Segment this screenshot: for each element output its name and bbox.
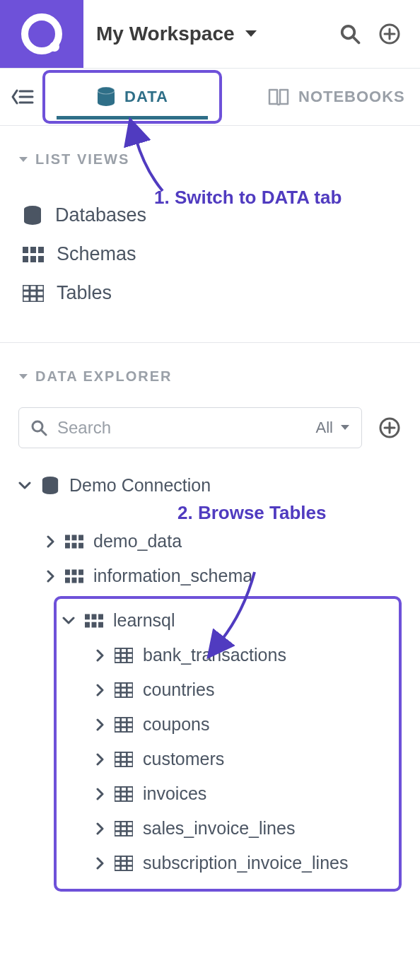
svg-rect-33 [78, 542, 83, 548]
table-icon [115, 648, 133, 663]
chevron-right-icon [96, 788, 105, 800]
svg-rect-71 [115, 821, 133, 836]
svg-rect-36 [78, 569, 83, 575]
tree-table[interactable]: customers [57, 742, 395, 776]
menu-collapse-icon [11, 88, 34, 106]
tree-table[interactable]: sales_invoice_lines [57, 811, 395, 846]
workspace-label: My Workspace [96, 23, 235, 45]
list-views-title: LIST VIEWS [35, 151, 129, 168]
table-icon [115, 856, 133, 871]
search-icon [339, 23, 361, 45]
table-label: countries [143, 679, 214, 700]
chevron-right-icon [47, 570, 55, 583]
tree-table[interactable]: countries [57, 672, 395, 707]
svg-rect-31 [65, 542, 70, 548]
chevron-right-icon [96, 753, 105, 766]
notebook-icon [267, 88, 290, 106]
tab-notebooks[interactable]: NOTEBOOKS [253, 70, 419, 124]
svg-rect-46 [115, 648, 133, 663]
svg-rect-44 [92, 622, 97, 627]
svg-rect-56 [115, 717, 133, 732]
tab-notebooks-label: NOTEBOOKS [298, 88, 405, 106]
add-connection-button[interactable] [378, 416, 402, 440]
svg-rect-38 [72, 577, 77, 583]
tree-table[interactable]: invoices [57, 776, 395, 811]
list-view-label: Tables [57, 282, 112, 304]
table-icon [115, 752, 133, 767]
svg-rect-37 [65, 577, 70, 583]
tab-data[interactable]: DATA [42, 70, 222, 124]
svg-rect-15 [30, 256, 36, 262]
search-row: All [18, 407, 402, 448]
svg-rect-41 [92, 614, 97, 619]
caret-down-icon [245, 30, 257, 38]
table-label: subscription_invoice_lines [143, 853, 348, 873]
annotation-step1: 1. Switch to DATA tab [154, 187, 342, 209]
search-input[interactable] [57, 418, 306, 438]
chevron-right-icon [96, 822, 105, 835]
collapse-sidebar-button[interactable] [11, 88, 42, 106]
header-actions [338, 22, 420, 46]
explorer-tree: Demo Connection 2. Browse Tables demo_da… [18, 468, 402, 892]
table-icon [115, 682, 133, 698]
svg-rect-11 [23, 247, 28, 253]
svg-rect-40 [85, 614, 90, 619]
svg-rect-42 [98, 614, 103, 619]
svg-rect-16 [38, 256, 44, 262]
tab-data-label: DATA [124, 88, 168, 106]
tree-table[interactable]: coupons [57, 707, 395, 742]
workspace-selector[interactable]: My Workspace [83, 23, 338, 45]
svg-line-1 [353, 37, 359, 43]
svg-rect-13 [38, 247, 44, 253]
table-icon [115, 821, 133, 836]
chevron-right-icon [96, 649, 105, 662]
table-label: bank_transactions [143, 645, 286, 665]
annotation-arrow-2 [205, 569, 269, 647]
caret-down-icon [18, 156, 28, 163]
svg-rect-39 [78, 577, 83, 583]
chevron-down-icon [18, 482, 31, 490]
search-box[interactable]: All [18, 407, 362, 448]
svg-rect-32 [72, 542, 77, 548]
database-icon [41, 476, 59, 496]
data-explorer-title: DATA EXPLORER [35, 368, 172, 385]
tree-connection[interactable]: Demo Connection [18, 468, 402, 503]
svg-rect-12 [30, 247, 36, 253]
tree-table[interactable]: subscription_invoice_lines [57, 846, 395, 880]
tree-schema-demo-data[interactable]: demo_data [18, 524, 402, 559]
app-logo[interactable] [0, 0, 83, 68]
filter-label: All [316, 419, 333, 437]
tab-bar: DATA NOTEBOOKS [0, 68, 420, 126]
filter-dropdown[interactable]: All [316, 419, 350, 437]
table-icon [23, 285, 44, 302]
schema-label: demo_data [93, 531, 182, 552]
table-label: coupons [143, 714, 210, 735]
table-label: customers [143, 749, 224, 769]
add-button[interactable] [378, 22, 402, 46]
database-icon [96, 86, 116, 107]
list-view-schemas[interactable]: Schemas [18, 235, 402, 274]
app-header: My Workspace [0, 0, 420, 68]
caret-down-icon [18, 373, 28, 380]
plus-circle-icon [378, 23, 401, 45]
table-label: sales_invoice_lines [143, 818, 295, 839]
data-explorer-header[interactable]: DATA EXPLORER [18, 368, 402, 385]
search-button[interactable] [338, 22, 362, 46]
svg-rect-35 [72, 569, 77, 575]
svg-rect-61 [115, 752, 133, 766]
svg-rect-30 [78, 535, 83, 540]
svg-rect-17 [23, 285, 44, 302]
table-icon [115, 717, 133, 733]
svg-rect-51 [115, 682, 133, 697]
data-explorer-section: DATA EXPLORER All [0, 343, 420, 892]
search-icon [30, 419, 47, 436]
list-view-tables[interactable]: Tables [18, 274, 402, 313]
schema-icon [85, 614, 103, 628]
svg-rect-34 [65, 569, 70, 575]
annotation-step2: 2. Browse Tables [177, 502, 327, 524]
svg-rect-29 [72, 535, 77, 540]
svg-rect-45 [98, 622, 103, 627]
table-icon [115, 786, 133, 802]
schema-icon [65, 569, 83, 583]
chevron-right-icon [96, 718, 105, 731]
